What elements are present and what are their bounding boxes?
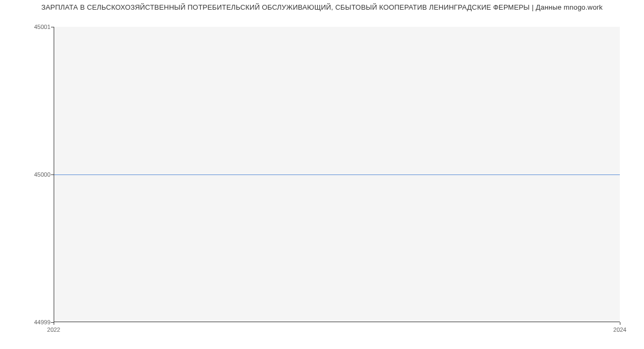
chart-container: ЗАРПЛАТА В СЕЛЬСКОХОЗЯЙСТВЕННЫЙ ПОТРЕБИТ…: [0, 0, 644, 349]
y-tick-label: 45001: [34, 24, 50, 30]
chart-title: ЗАРПЛАТА В СЕЛЬСКОХОЗЯЙСТВЕННЫЙ ПОТРЕБИТ…: [0, 3, 644, 11]
y-tick-label: 45000: [34, 171, 50, 178]
y-tick-label: 44999: [34, 319, 50, 325]
x-tick-label: 2024: [613, 326, 626, 333]
plot-area: [54, 27, 620, 322]
x-tick-label: 2022: [47, 326, 60, 333]
data-line: [54, 174, 620, 175]
